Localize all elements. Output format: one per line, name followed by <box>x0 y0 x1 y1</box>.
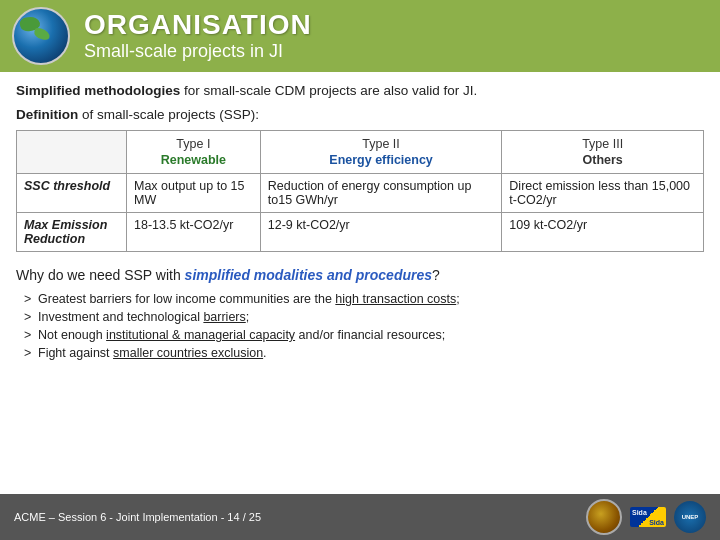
row2-col3: 109 kt-CO2/yr <box>502 213 704 252</box>
table-row-max-emission: Max Emission Reduction 18-13.5 kt-CO2/yr… <box>17 213 704 252</box>
table-row-ssc: SSC threshold Max output up to 15 MW Red… <box>17 174 704 213</box>
header: ORGANISATION Small-scale projects in JI <box>0 0 720 72</box>
why-item-3: Not enough institutional & managerial ca… <box>24 326 704 344</box>
type1-header-name: Renewable <box>161 153 226 167</box>
why-item-2-underline: barriers <box>203 310 245 324</box>
main-content: Simplified methodologies for small-scale… <box>0 72 720 494</box>
why-item-3-underline: institutional & managerial capacity <box>106 328 295 342</box>
why-item-1-underline: high transaction costs <box>335 292 456 306</box>
row2-col2: 12-9 kt-CO2/yr <box>260 213 502 252</box>
footer-text: ACME – Session 6 - Joint Implementation … <box>14 511 261 523</box>
row2-label: Max Emission Reduction <box>17 213 127 252</box>
globe-icon <box>12 7 70 65</box>
sida-logo-icon: Sida <box>630 507 666 527</box>
why-list: Greatest barriers for low income communi… <box>16 290 704 363</box>
why-title-highlight: simplified modalities and procedures <box>185 267 432 283</box>
header-text: ORGANISATION Small-scale projects in JI <box>84 10 312 62</box>
footer: ACME – Session 6 - Joint Implementation … <box>0 494 720 540</box>
type3-header-name: Others <box>583 153 623 167</box>
header-subtitle: Small-scale projects in JI <box>84 41 312 63</box>
intro-line-1: Simplified methodologies for small-scale… <box>16 82 704 101</box>
type1-header-label: Type I <box>176 137 210 151</box>
intro-post-1: for small-scale CDM projects are also va… <box>180 83 477 98</box>
intro-simplified: Simplified methodologies <box>16 83 180 98</box>
why-title-pre: Why do we need SSP with <box>16 267 185 283</box>
why-item-4-underline: smaller countries exclusion <box>113 346 263 360</box>
type2-header-name: Energy efficiency <box>329 153 433 167</box>
type3-header-label: Type III <box>582 137 623 151</box>
why-section: Why do we need SSP with simplified modal… <box>16 266 704 362</box>
intro-post-2: of small-scale projects (SSP): <box>78 107 259 122</box>
definition-table: Type I Renewable Type II Energy efficien… <box>16 130 704 253</box>
row1-label: SSC threshold <box>17 174 127 213</box>
table-header-type2: Type II Energy efficiency <box>260 130 502 174</box>
table-header-empty <box>17 130 127 174</box>
table-header-type3: Type III Others <box>502 130 704 174</box>
acme-logo-icon <box>586 499 622 535</box>
why-item-2: Investment and technological barriers; <box>24 308 704 326</box>
footer-logos: Sida UNEP <box>586 499 706 535</box>
why-item-4: Fight against smaller countries exclusio… <box>24 344 704 362</box>
row1-col1: Max output up to 15 MW <box>127 174 261 213</box>
unep-logo-icon: UNEP <box>674 501 706 533</box>
row1-col2: Reduction of energy consumption up to15 … <box>260 174 502 213</box>
table-header-type1: Type I Renewable <box>127 130 261 174</box>
row1-col3: Direct emission less than 15,000 t-CO2/y… <box>502 174 704 213</box>
intro-definition: Definition <box>16 107 78 122</box>
row2-col1: 18-13.5 kt-CO2/yr <box>127 213 261 252</box>
intro-line-2: Definition of small-scale projects (SSP)… <box>16 107 704 122</box>
type2-header-label: Type II <box>362 137 400 151</box>
why-title-post: ? <box>432 267 440 283</box>
why-item-1: Greatest barriers for low income communi… <box>24 290 704 308</box>
header-title: ORGANISATION <box>84 10 312 41</box>
why-title: Why do we need SSP with simplified modal… <box>16 266 704 286</box>
